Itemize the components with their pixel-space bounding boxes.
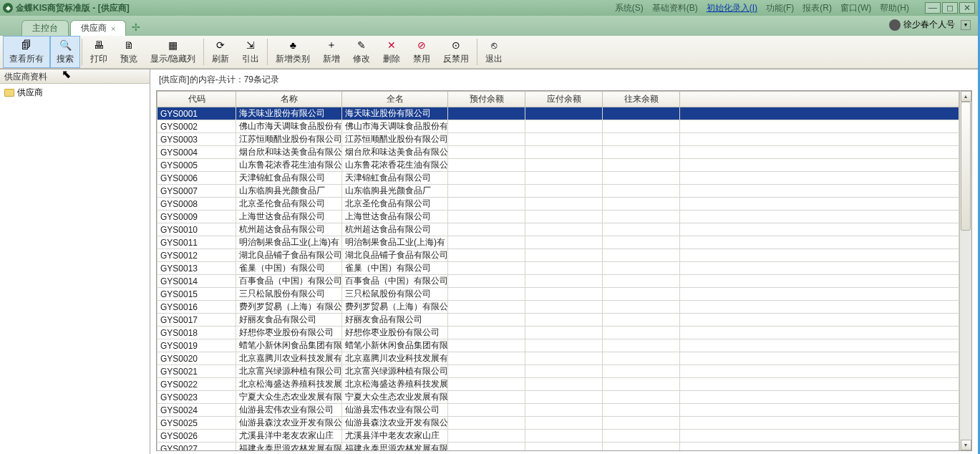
table-cell[interactable] (680, 223, 959, 236)
table-cell[interactable]: 仙游县森汶农业开发有限公 (236, 417, 342, 430)
table-cell[interactable] (603, 365, 680, 378)
table-cell[interactable]: GYS0026 (157, 430, 236, 443)
table-cell[interactable]: 烟台欣和味达美食品有限公 (236, 146, 342, 159)
table-cell[interactable]: GYS0022 (157, 378, 236, 391)
table-cell[interactable] (680, 262, 959, 275)
table-row[interactable]: GYS0014百事食品（中国）有限公司百事食品（中国）有限公司 (157, 275, 959, 288)
table-cell[interactable]: 好想你枣业股份有限公司 (342, 327, 448, 339)
table-row[interactable]: GYS0015三只松鼠股份有限公司三只松鼠股份有限公司 (157, 288, 959, 301)
table-row[interactable]: GYS0016费列罗贸易（上海）有限公费列罗贸易（上海）有限公 (157, 301, 959, 314)
table-row[interactable]: GYS0004烟台欣和味达美食品有限公烟台欣和味达美食品有限公 (157, 146, 959, 159)
table-cell[interactable] (525, 352, 603, 365)
table-row[interactable]: GYS0012湖北良品铺子食品有限公司湖北良品铺子食品有限公司 (157, 249, 959, 262)
table-cell[interactable]: 百事食品（中国）有限公司 (342, 275, 448, 288)
table-cell[interactable] (680, 172, 959, 185)
table-cell[interactable] (603, 249, 680, 262)
table-cell[interactable] (680, 185, 959, 198)
table-cell[interactable]: 仙游县森汶农业开发有限公 (342, 417, 448, 430)
table-cell[interactable] (603, 430, 680, 443)
table-cell[interactable] (448, 301, 525, 314)
table-cell[interactable] (525, 391, 603, 404)
table-row[interactable]: GYS0017好丽友食品有限公司好丽友食品有限公司 (157, 314, 959, 327)
table-cell[interactable] (680, 211, 959, 223)
table-cell[interactable] (680, 365, 959, 378)
table-cell[interactable] (525, 159, 603, 172)
table-cell[interactable]: 海天味业股份有限公司 (342, 107, 448, 120)
table-cell[interactable]: 北京松海盛达养殖科技发展 (342, 378, 448, 391)
table-row[interactable]: GYS0013雀巢（中国）有限公司雀巢（中国）有限公司 (157, 262, 959, 275)
table-cell[interactable]: 山东临朐县光颜食品厂 (236, 185, 342, 198)
preview-button[interactable]: 🗎预览 (114, 36, 144, 68)
table-cell[interactable]: 江苏恒顺醋业股份有限公司 (342, 133, 448, 146)
table-cell[interactable]: GYS0019 (157, 339, 236, 352)
table-cell[interactable]: 上海世达食品有限公司 (236, 211, 342, 223)
table-row[interactable]: GYS0018好想你枣业股份有限公司好想你枣业股份有限公司 (157, 327, 959, 339)
table-cell[interactable] (680, 378, 959, 391)
table-cell[interactable]: GYS0002 (157, 120, 236, 133)
view-all-button[interactable]: 🗐查看所有 (3, 36, 50, 68)
table-cell[interactable] (448, 249, 525, 262)
table-cell[interactable]: GYS0018 (157, 327, 236, 339)
table-cell[interactable]: 雀巢（中国）有限公司 (236, 262, 342, 275)
menu-basedata[interactable]: 基础资料(B) (652, 2, 698, 14)
supplier-table[interactable]: 代码名称全名预付余额应付余额往来余额 GYS0001海天味业股份有限公司海天味业… (157, 91, 959, 450)
tab-supplier[interactable]: 供应商× (70, 20, 126, 36)
table-cell[interactable] (525, 107, 603, 120)
table-cell[interactable] (603, 198, 680, 211)
table-cell[interactable]: 北京富兴绿源种植有限公司 (342, 365, 448, 378)
menu-report[interactable]: 报表(R) (802, 2, 832, 14)
maximize-button[interactable]: ◻ (942, 2, 958, 14)
table-cell[interactable]: 尤溪县洋中老友农家山庄 (342, 430, 448, 443)
table-cell[interactable]: 江苏恒顺醋业股份有限公司 (236, 133, 342, 146)
table-cell[interactable] (603, 352, 680, 365)
tab-main-console[interactable]: 主控台 (21, 20, 69, 36)
table-cell[interactable]: 蜡笔小新休闲食品集团有限 (236, 339, 342, 352)
table-cell[interactable]: 北京嘉腾川农业科技发展有 (342, 352, 448, 365)
table-cell[interactable] (525, 211, 603, 223)
table-cell[interactable] (603, 275, 680, 288)
table-row[interactable]: GYS0023宁夏大众生态农业发展有限宁夏大众生态农业发展有限 (157, 391, 959, 404)
table-cell[interactable] (448, 120, 525, 133)
table-cell[interactable] (680, 301, 959, 314)
table-cell[interactable]: 好丽友食品有限公司 (342, 314, 448, 327)
table-cell[interactable]: GYS0008 (157, 198, 236, 211)
table-row[interactable]: GYS0002佛山市海天调味食品股份有佛山市海天调味食品股份有 (157, 120, 959, 133)
table-cell[interactable]: 湖北良品铺子食品有限公司 (236, 249, 342, 262)
table-cell[interactable]: 山东鲁花浓香花生油有限公 (236, 159, 342, 172)
table-cell[interactable] (603, 262, 680, 275)
table-cell[interactable]: GYS0013 (157, 262, 236, 275)
table-cell[interactable]: 三只松鼠股份有限公司 (236, 288, 342, 301)
vertical-scrollbar[interactable]: ▴ ▾ (959, 91, 971, 450)
column-header[interactable]: 代码 (157, 92, 236, 107)
table-cell[interactable] (603, 172, 680, 185)
table-cell[interactable]: 好想你枣业股份有限公司 (236, 327, 342, 339)
table-cell[interactable] (525, 146, 603, 159)
table-cell[interactable]: 杭州超达食品有限公司 (342, 223, 448, 236)
table-cell[interactable] (680, 146, 959, 159)
table-cell[interactable]: 天津锦虹食品有限公司 (342, 172, 448, 185)
menu-system[interactable]: 系统(S) (615, 2, 644, 14)
table-cell[interactable]: GYS0011 (157, 236, 236, 249)
table-row[interactable]: GYS0020北京嘉腾川农业科技发展有北京嘉腾川农业科技发展有 (157, 352, 959, 365)
table-row[interactable]: GYS0010杭州超达食品有限公司杭州超达食品有限公司 (157, 223, 959, 236)
close-icon[interactable]: × (111, 24, 115, 33)
table-cell[interactable]: 仙游县宏伟农业有限公司 (342, 404, 448, 417)
minimize-button[interactable]: — (925, 2, 941, 14)
new-category-button[interactable]: ♣新增类别 (269, 36, 316, 68)
table-cell[interactable]: 北京嘉腾川农业科技发展有 (236, 352, 342, 365)
table-cell[interactable] (680, 275, 959, 288)
table-cell[interactable] (603, 443, 680, 451)
table-cell[interactable] (525, 172, 603, 185)
table-cell[interactable] (525, 275, 603, 288)
table-cell[interactable]: 海天味业股份有限公司 (236, 107, 342, 120)
table-row[interactable]: GYS0009上海世达食品有限公司上海世达食品有限公司 (157, 211, 959, 223)
table-cell[interactable]: 宁夏大众生态农业发展有限 (236, 391, 342, 404)
close-button[interactable]: ✕ (959, 2, 975, 14)
table-cell[interactable] (603, 236, 680, 249)
table-cell[interactable]: GYS0009 (157, 211, 236, 223)
table-cell[interactable]: GYS0025 (157, 417, 236, 430)
table-cell[interactable] (680, 198, 959, 211)
table-cell[interactable]: 明治制果食品工业(上海)有 (342, 236, 448, 249)
table-cell[interactable]: 天津锦虹食品有限公司 (236, 172, 342, 185)
table-cell[interactable] (448, 236, 525, 249)
